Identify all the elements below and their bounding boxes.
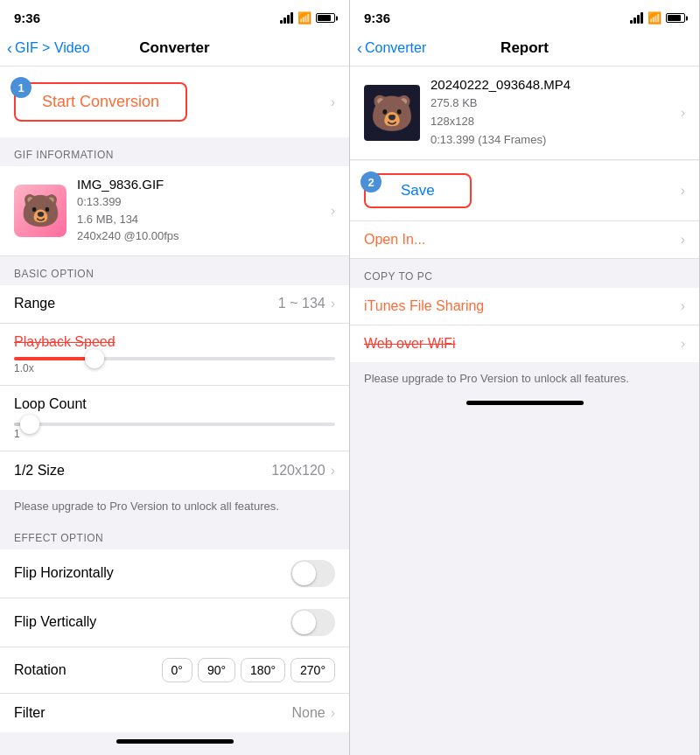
filter-row[interactable]: Filter None ›: [0, 694, 349, 732]
flip-h-label: Flip Horizontally: [14, 565, 114, 581]
loop-count-track: [14, 423, 335, 426]
toggle-thumb: [292, 562, 316, 585]
video-thumbnail: 🐻: [364, 85, 420, 141]
slider-thumb[interactable]: [85, 349, 104, 368]
effect-option-label: EFFECT OPTION: [0, 521, 349, 549]
rotation-270[interactable]: 270°: [290, 658, 335, 682]
chevron-right-icon: ›: [331, 94, 335, 110]
status-time-left: 9:36: [14, 10, 40, 25]
gif-duration: 0:13.399: [77, 193, 320, 211]
video-duration: 0:13.399 (134 Frames): [430, 131, 670, 150]
playback-speed-row[interactable]: Playback Speed 1.0x: [0, 324, 349, 386]
chevron-right-icon: ›: [331, 296, 335, 311]
chevron-right-icon: ›: [331, 203, 335, 219]
flip-v-toggle[interactable]: [290, 609, 335, 636]
copy-to-pc-label: COPY TO PC: [350, 260, 699, 288]
flip-v-row[interactable]: Flip Vertically: [0, 598, 349, 647]
back-button-right[interactable]: ‹ Converter: [357, 39, 426, 58]
filter-value: None: [291, 705, 325, 721]
itunes-label: iTunes File Sharing: [364, 298, 484, 314]
back-label-left: GIF > Video: [15, 40, 90, 56]
loop-count-slider-row: [14, 416, 335, 428]
status-icons-left: 📶: [280, 11, 335, 24]
nav-bar-left: ‹ GIF > Video Converter: [0, 32, 349, 66]
chevron-right-icon: ›: [681, 183, 685, 199]
half-size-row[interactable]: 1/2 Size 120x120 ›: [0, 451, 349, 490]
flip-h-row[interactable]: Flip Horizontally: [0, 549, 349, 598]
range-label: Range: [14, 296, 55, 311]
toggle-thumb: [292, 611, 316, 634]
wifi-icon-left: 📶: [298, 11, 312, 24]
playback-speed-value: 1.0x: [14, 362, 335, 374]
nav-bar-right: ‹ Converter Report: [350, 32, 699, 66]
basic-option-card: Range 1 ~ 134 › Playback Speed 1.0x: [0, 285, 349, 490]
battery-icon-left: [316, 13, 335, 23]
playback-speed-slider[interactable]: 1.0x: [14, 350, 335, 374]
effect-option-card: Flip Horizontally Flip Vertically Rotati…: [0, 549, 349, 732]
battery-icon-right: [666, 13, 685, 23]
rotation-row: Rotation 0° 90° 180° 270°: [0, 647, 349, 694]
gif-filename: IMG_9836.GIF: [77, 177, 320, 192]
chevron-right-icon: ›: [681, 298, 685, 314]
rotation-buttons: 0° 90° 180° 270°: [162, 658, 336, 682]
copy-to-pc-card: iTunes File Sharing › Web over WiFi ›: [350, 288, 699, 362]
video-filename: 20240222_093648.MP4: [430, 77, 670, 92]
gif-size: 1.6 MB, 134: [77, 211, 320, 228]
nav-title-left: Converter: [139, 39, 209, 57]
back-label-right: Converter: [365, 40, 426, 56]
chevron-left-icon: ‹: [357, 39, 362, 58]
video-bear-icon: 🐻: [370, 93, 414, 134]
rotation-180[interactable]: 180°: [241, 658, 285, 682]
flip-h-toggle[interactable]: [290, 560, 335, 587]
web-wifi-row[interactable]: Web over WiFi ›: [350, 325, 699, 362]
chevron-right-icon: ›: [681, 336, 685, 352]
slider-fill: [14, 357, 94, 360]
video-info-row[interactable]: 🐻 20240222_093648.MP4 275.8 KB 128x128 0…: [350, 66, 699, 160]
upgrade-notice-right: Please upgrade to Pro Version to unlock …: [350, 363, 699, 394]
start-conversion-row[interactable]: 1 Start Conversion ›: [0, 66, 349, 137]
half-size-label: 1/2 Size: [14, 463, 65, 479]
range-value-container: 1 ~ 134 ›: [278, 296, 335, 311]
video-dimensions: 128x128: [430, 113, 670, 131]
wifi-icon-right: 📶: [648, 11, 662, 24]
video-size: 275.8 KB: [430, 94, 670, 113]
slider-track: [14, 357, 335, 360]
signal-icon-left: [280, 12, 293, 24]
save-card: 2 Save › Open In... ›: [350, 161, 699, 259]
web-wifi-label: Web over WiFi: [364, 336, 456, 352]
left-panel: 9:36 📶 ‹ GIF > Video Converter 1 Start C…: [0, 0, 350, 755]
itunes-row[interactable]: iTunes File Sharing ›: [350, 288, 699, 325]
video-info-text: 20240222_093648.MP4 275.8 KB 128x128 0:1…: [430, 77, 670, 149]
chevron-right-icon: ›: [331, 705, 335, 721]
status-bar-right: 9:36 📶: [350, 0, 699, 32]
rotation-0[interactable]: 0°: [162, 658, 192, 682]
open-in-row[interactable]: Open In... ›: [350, 221, 699, 259]
save-row[interactable]: 2 Save ›: [350, 161, 699, 221]
flip-v-label: Flip Vertically: [14, 614, 96, 630]
rotation-label: Rotation: [14, 662, 66, 678]
nav-title-right: Report: [500, 39, 549, 57]
rotation-90[interactable]: 90°: [198, 658, 235, 682]
home-indicator-left: [116, 739, 234, 744]
upgrade-notice-basic: Please upgrade to Pro Version to unlock …: [0, 491, 349, 521]
open-in-label: Open In...: [364, 232, 425, 248]
basic-option-label: BASIC OPTION: [0, 257, 349, 285]
signal-icon-right: [630, 12, 643, 24]
gif-info-section-label: GIF INFORMATION: [0, 138, 349, 166]
chevron-right-icon: ›: [681, 232, 685, 248]
chevron-left-icon: ‹: [7, 39, 12, 58]
back-button-left[interactable]: ‹ GIF > Video: [7, 39, 90, 58]
bear-icon: 🐻: [21, 192, 60, 229]
chevron-right-icon: ›: [681, 105, 685, 121]
filter-label: Filter: [14, 705, 46, 721]
range-row[interactable]: Range 1 ~ 134 ›: [0, 285, 349, 324]
gif-info-row[interactable]: 🐻 IMG_9836.GIF 0:13.399 1.6 MB, 134 240x…: [0, 166, 349, 256]
chevron-right-icon: ›: [331, 463, 335, 479]
status-icons-right: 📶: [630, 11, 685, 24]
loop-count-thumb[interactable]: [20, 415, 39, 434]
filter-value-container: None ›: [291, 705, 335, 721]
right-panel: 9:36 📶 ‹ Converter Report 🐻: [350, 0, 700, 755]
start-conversion-button[interactable]: Start Conversion: [14, 82, 187, 122]
loop-count-label: Loop Count: [14, 396, 87, 412]
video-info-card: 🐻 20240222_093648.MP4 275.8 KB 128x128 0…: [350, 66, 699, 160]
